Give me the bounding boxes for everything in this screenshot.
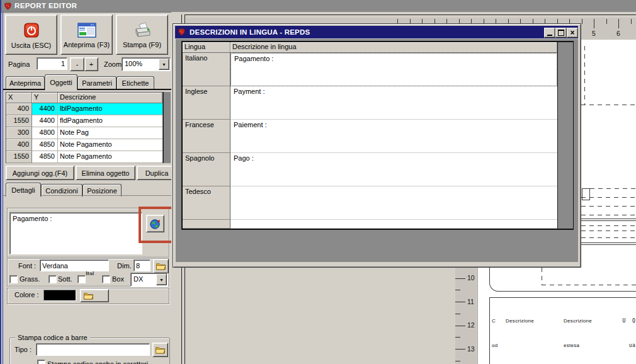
report-line [581, 220, 636, 221]
page-plus-label: + [89, 60, 93, 68]
report-line [581, 219, 636, 219]
box-align-value: DX [133, 275, 143, 283]
object-text-area[interactable]: Pagamento : [9, 212, 142, 254]
dialog-title: DESCRIZIONI IN LINGUA - REPDS [190, 28, 310, 36]
cell-x[interactable]: 1550 [6, 151, 32, 163]
ruler-tick [606, 19, 607, 24]
ruler-tick [455, 302, 465, 302]
language-name[interactable]: Tedesco [183, 186, 230, 220]
italic-label-clipped: Ital [86, 271, 94, 275]
box-align-dropdown-arrow[interactable]: ▼ [156, 274, 167, 285]
dim-input[interactable] [133, 259, 150, 271]
ruler-tick [582, 19, 582, 24]
exit-button-label: Uscita (ESC) [11, 42, 52, 49]
dialog-maximize-button[interactable] [555, 28, 567, 38]
language-text[interactable]: Paiement : [230, 120, 557, 153]
tab-parametri[interactable]: Parametri [77, 76, 116, 89]
cell-x[interactable]: 400 [6, 139, 32, 151]
language-name[interactable]: Spagnolo [183, 153, 230, 186]
delete-object-button[interactable]: Elimina oggetto [76, 166, 135, 180]
underline-checkbox[interactable] [48, 275, 57, 283]
report-col-qty: U Q ua nt . [615, 300, 635, 364]
printer-icon [132, 22, 152, 40]
language-col-desc[interactable]: Descrizione in lingua [230, 42, 557, 53]
objects-table-scrollbar[interactable] [163, 92, 171, 163]
language-name[interactable]: Francese [183, 120, 230, 153]
dialog-close-button[interactable]: × [567, 28, 578, 38]
language-text[interactable] [230, 186, 557, 220]
ruler-tick [455, 337, 460, 338]
color-picker-button[interactable] [80, 289, 109, 302]
tab-oggetti[interactable]: Oggetti [45, 74, 77, 90]
bold-checkbox[interactable] [9, 275, 18, 283]
tab-condizioni[interactable]: Condizioni [41, 184, 82, 196]
v-ruler-number: 12 [467, 321, 475, 329]
print-button[interactable]: Stampa (F9) [116, 14, 168, 55]
barcode-tipo-input[interactable] [36, 343, 150, 356]
cell-desc[interactable]: Note Pagamento [58, 151, 162, 163]
language-table: Lingua Descrizione in lingua Italiano Pa… [181, 41, 574, 230]
app-icon [4, 2, 12, 10]
objects-col-x[interactable]: X [6, 93, 32, 103]
italic-checkbox[interactable] [77, 275, 86, 283]
page-plus-button[interactable]: + [84, 57, 98, 71]
zoom-combobox[interactable]: 100% ▼ [122, 57, 171, 71]
cell-desc[interactable]: fldPagamento [58, 115, 162, 127]
cell-x[interactable]: 1550 [6, 115, 32, 127]
barcode-type-picker-button[interactable] [152, 343, 168, 357]
minimize-icon [547, 35, 552, 36]
cell-y[interactable]: 4400 [32, 103, 58, 115]
print-button-label: Stampa (F9) [123, 41, 161, 48]
tab-etichette-label: Etichette [122, 79, 149, 87]
window-title: REPORT EDITOR [14, 2, 77, 9]
tab-anteprima[interactable]: Anteprima [6, 76, 45, 89]
folder-icon [155, 346, 166, 354]
language-descriptions-dialog: DESCRIZIONI IN LINGUA - REPDS × Lingua D… [173, 23, 581, 268]
add-object-button[interactable]: Aggiungi ogg.(F4) [6, 166, 74, 180]
objects-col-desc[interactable]: Descrizione [58, 93, 162, 103]
duplicate-object-button[interactable]: Duplica [137, 166, 172, 180]
language-table-scrollbar[interactable] [557, 42, 573, 229]
language-text[interactable]: Pagamento : [230, 53, 557, 86]
font-input[interactable] [40, 259, 109, 271]
cell-x[interactable]: 400 [6, 103, 32, 115]
cell-desc[interactable]: Note Pag [58, 127, 162, 139]
language-text-empty [230, 220, 557, 229]
report-col-descrizione: Descrizione [506, 300, 534, 341]
language-text[interactable]: Pago : [230, 153, 557, 186]
cell-y[interactable]: 4800 [32, 127, 58, 139]
duplicate-object-label: Duplica [145, 169, 169, 177]
cell-desc[interactable]: Note Pagamento [58, 139, 162, 151]
tab-etichette[interactable]: Etichette [116, 76, 154, 89]
objects-table: X Y Descrizione 400 4400 lblPagamento 15… [6, 92, 163, 163]
preview-button[interactable]: Anteprima (F3) [60, 14, 113, 55]
language-name[interactable]: Italiano [183, 53, 230, 86]
box-align-combobox[interactable]: DX ▼ [130, 273, 168, 287]
ruler-tick [455, 361, 460, 361]
box-checkbox[interactable] [102, 275, 110, 283]
page-minus-button[interactable]: - [70, 57, 84, 71]
page-input[interactable] [37, 57, 67, 70]
cell-x[interactable]: 300 [6, 127, 32, 139]
cell-desc[interactable]: lblPagamento [58, 103, 162, 115]
ruler-tick [455, 278, 465, 279]
tab-dettagli[interactable]: Dettagli [6, 183, 41, 196]
window-titlebar: REPORT EDITOR [0, 0, 636, 13]
language-name[interactable]: Inglese [183, 86, 230, 120]
color-swatch[interactable] [43, 290, 76, 301]
ruler-tick [455, 290, 460, 290]
zoom-dropdown-arrow[interactable]: ▼ [159, 59, 169, 70]
barcode-chars-checkbox[interactable] [37, 360, 45, 364]
font-picker-button[interactable] [153, 259, 169, 273]
language-text[interactable]: Payment : [230, 86, 557, 120]
cell-y[interactable]: 4400 [32, 115, 58, 127]
cell-y[interactable]: 4850 [32, 151, 58, 163]
dialog-minimize-button[interactable] [544, 28, 555, 38]
language-col-lingua[interactable]: Lingua [183, 42, 230, 53]
ruler-tick [618, 19, 619, 28]
objects-col-y[interactable]: Y [32, 93, 58, 103]
dialog-titlebar[interactable]: DESCRIZIONI IN LINGUA - REPDS × [175, 26, 578, 38]
tab-posizione[interactable]: Posizione [82, 184, 122, 196]
exit-button[interactable]: Uscita (ESC) [5, 14, 57, 55]
cell-y[interactable]: 4850 [32, 139, 58, 151]
